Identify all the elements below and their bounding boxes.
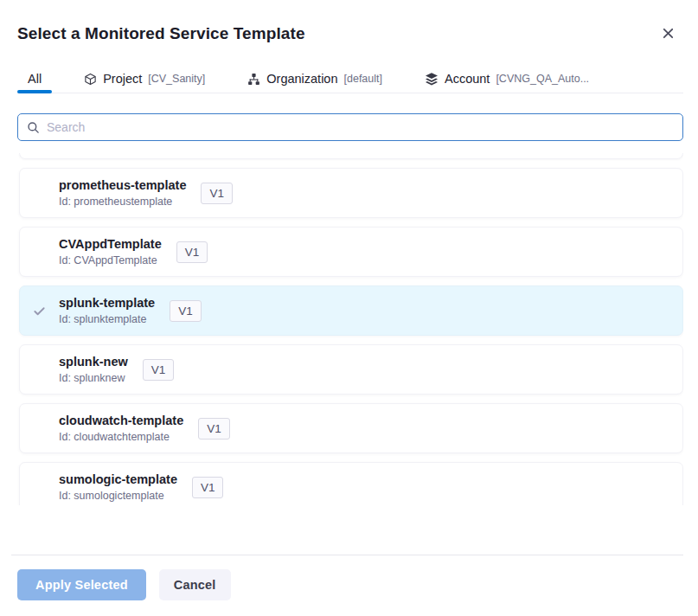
tab-label: Account <box>445 72 490 86</box>
tab-project[interactable]: Project [CV_Sanity] <box>74 65 215 93</box>
template-row[interactable]: splunk-template Id: splunktemplate V1 <box>19 286 683 336</box>
search-bar <box>17 113 683 141</box>
tab-all[interactable]: All <box>17 65 52 93</box>
template-row[interactable]: splunk-new Id: splunknew V1 <box>19 344 683 395</box>
tab-label: Organization <box>266 72 337 86</box>
template-info: splunk-new Id: splunknew <box>59 355 128 384</box>
template-name: splunk-new <box>59 355 128 369</box>
close-button[interactable] <box>660 25 676 42</box>
template-name: CVAppdTemplate <box>59 237 162 251</box>
tab-scope: [CV_Sanity] <box>148 73 205 85</box>
template-id: Id: cloudwatchtemplate <box>59 431 183 443</box>
template-row-partial[interactable] <box>19 153 683 159</box>
check-icon <box>20 305 59 318</box>
template-row[interactable]: cloudwatch-template Id: cloudwatchtempla… <box>19 403 683 453</box>
tab-account[interactable]: Account [CVNG_QA_Auto... <box>414 65 599 93</box>
footer: Apply Selected Cancel <box>17 555 683 600</box>
template-id: Id: sumologictemplate <box>59 490 177 502</box>
template-name: splunk-template <box>59 296 155 310</box>
template-name: sumologic-template <box>59 472 177 486</box>
template-id: Id: prometheustemplate <box>59 196 186 208</box>
template-row[interactable]: prometheus-template Id: prometheustempla… <box>19 168 683 218</box>
search-input[interactable] <box>47 120 674 134</box>
close-icon <box>662 29 675 42</box>
tab-scope: [default] <box>344 73 382 85</box>
version-badge: V1 <box>143 359 175 381</box>
template-info: CVAppdTemplate Id: CVAppdTemplate <box>59 237 162 266</box>
template-info: sumologic-template Id: sumologictemplate <box>59 472 177 502</box>
scope-tabs: All Project [CV_Sanity] <box>17 65 683 93</box>
version-badge: V1 <box>192 477 224 498</box>
cube-icon <box>84 73 97 86</box>
layers-icon <box>425 72 439 86</box>
template-info: prometheus-template Id: prometheustempla… <box>59 178 186 208</box>
version-badge: V1 <box>201 183 233 204</box>
version-badge: V1 <box>176 241 208 263</box>
template-id: Id: splunknew <box>59 372 128 384</box>
template-row[interactable]: sumologic-template Id: sumologictemplate… <box>19 462 683 505</box>
tab-scope: [CVNG_QA_Auto... <box>496 73 589 85</box>
version-badge: V1 <box>170 300 202 322</box>
template-info: cloudwatch-template Id: cloudwatchtempla… <box>59 414 183 443</box>
tab-label: All <box>28 72 42 86</box>
template-name: prometheus-template <box>59 178 186 192</box>
template-name: cloudwatch-template <box>59 414 183 427</box>
apply-selected-button[interactable]: Apply Selected <box>17 569 146 600</box>
template-id: Id: CVAppdTemplate <box>59 254 162 266</box>
page-title: Select a Monitored Service Template <box>17 23 305 43</box>
hierarchy-icon <box>247 73 260 86</box>
tab-organization[interactable]: Organization [default] <box>237 65 393 93</box>
template-list: prometheus-template Id: prometheustempla… <box>17 153 683 505</box>
select-template-modal: Select a Monitored Service Template All … <box>0 0 698 616</box>
modal-header: Select a Monitored Service Template <box>17 23 683 43</box>
template-row[interactable]: CVAppdTemplate Id: CVAppdTemplate V1 <box>19 227 683 277</box>
search-icon <box>27 121 40 134</box>
version-badge: V1 <box>198 418 230 440</box>
tab-label: Project <box>103 72 142 86</box>
cancel-button[interactable]: Cancel <box>159 569 231 600</box>
template-info: splunk-template Id: splunktemplate <box>59 296 155 325</box>
template-id: Id: splunktemplate <box>59 313 155 325</box>
